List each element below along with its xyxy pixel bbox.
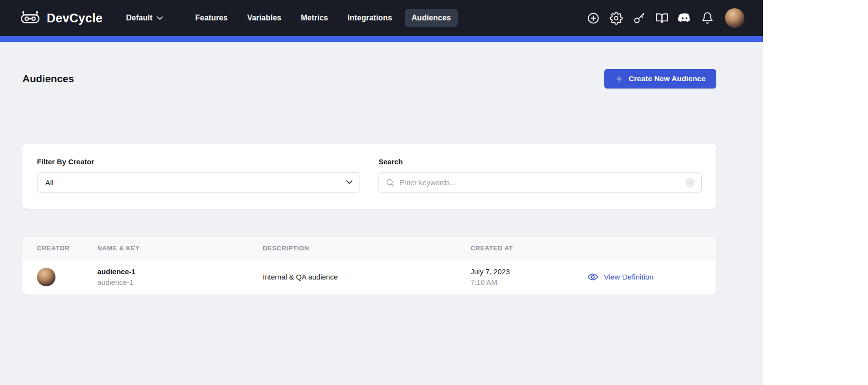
- search-input[interactable]: [399, 178, 680, 187]
- audiences-table: CREATOR NAME & KEY DESCRIPTION CREATED A…: [22, 237, 716, 295]
- api-key-icon[interactable]: [632, 11, 646, 25]
- docs-book-icon[interactable]: [654, 11, 669, 25]
- description-cell: Internal & QA audience: [263, 273, 470, 281]
- name-key-cell: audience-1 audience-1: [97, 267, 263, 286]
- search-group: Search: [379, 158, 702, 192]
- brand-name: DevCycle: [47, 11, 103, 25]
- accent-bar: [0, 36, 763, 42]
- search-box: [379, 172, 702, 192]
- eye-icon: [587, 271, 598, 282]
- discord-icon[interactable]: [677, 11, 692, 25]
- page-header: Audiences Create New Audience: [22, 42, 716, 88]
- column-header-created-at: CREATED AT: [470, 245, 587, 252]
- search-icon: [385, 178, 395, 187]
- notifications-bell-icon[interactable]: [700, 11, 715, 25]
- audience-name: audience-1: [97, 267, 263, 276]
- created-date: July 7, 2023: [470, 267, 587, 276]
- top-nav: DevCycle Default Features Variables Metr…: [0, 0, 763, 36]
- app-window: DevCycle Default Features Variables Metr…: [0, 0, 763, 385]
- view-definition-link[interactable]: View Definition: [587, 271, 716, 282]
- creator-filter-label: Filter By Creator: [37, 158, 360, 166]
- nav-item-variables[interactable]: Variables: [240, 9, 288, 27]
- add-circle-icon[interactable]: [586, 11, 600, 25]
- actions-cell: View Definition: [587, 271, 716, 282]
- nav-item-features[interactable]: Features: [188, 9, 235, 27]
- devcycle-brand[interactable]: DevCycle: [19, 10, 103, 27]
- plus-icon: [615, 75, 623, 83]
- column-header-description: DESCRIPTION: [263, 245, 470, 252]
- creator-filter-select[interactable]: All: [37, 172, 360, 192]
- chevron-down-icon: [346, 180, 353, 185]
- project-selector-label: Default: [126, 14, 152, 22]
- user-avatar[interactable]: [725, 8, 744, 28]
- header-divider: [22, 102, 716, 102]
- column-header-creator: CREATOR: [37, 245, 97, 252]
- devcycle-robot-logo-icon: [19, 10, 41, 27]
- page-title: Audiences: [22, 73, 74, 85]
- table-row: audience-1 audience-1 Internal & QA audi…: [22, 259, 716, 295]
- create-new-audience-button[interactable]: Create New Audience: [604, 69, 716, 88]
- creator-filter-group: Filter By Creator All: [37, 158, 360, 192]
- settings-gear-icon[interactable]: [609, 11, 623, 25]
- creator-avatar: [37, 268, 55, 286]
- table-header-row: CREATOR NAME & KEY DESCRIPTION CREATED A…: [22, 237, 716, 259]
- created-time: 7:10 AM: [470, 278, 587, 286]
- clear-search-icon[interactable]: [685, 177, 695, 188]
- nav-item-integrations[interactable]: Integrations: [341, 9, 399, 27]
- creator-cell: [37, 268, 97, 286]
- nav-links: Features Variables Metrics Integrations …: [188, 9, 458, 27]
- chevron-down-icon: [157, 14, 163, 22]
- creator-filter-value: All: [45, 178, 54, 187]
- nav-item-metrics[interactable]: Metrics: [294, 9, 335, 27]
- filter-card: Filter By Creator All Search: [22, 144, 716, 209]
- create-new-audience-label: Create New Audience: [629, 74, 705, 83]
- view-definition-label: View Definition: [604, 273, 653, 281]
- column-header-name-key: NAME & KEY: [97, 245, 263, 252]
- main-content: Audiences Create New Audience Filter By …: [0, 42, 763, 385]
- project-selector-dropdown[interactable]: Default: [126, 14, 163, 22]
- audience-key: audience-1: [97, 278, 263, 286]
- search-label: Search: [379, 158, 702, 166]
- created-at-cell: July 7, 2023 7:10 AM: [470, 267, 587, 286]
- nav-right-icons: [586, 8, 744, 28]
- nav-item-audiences[interactable]: Audiences: [405, 9, 458, 27]
